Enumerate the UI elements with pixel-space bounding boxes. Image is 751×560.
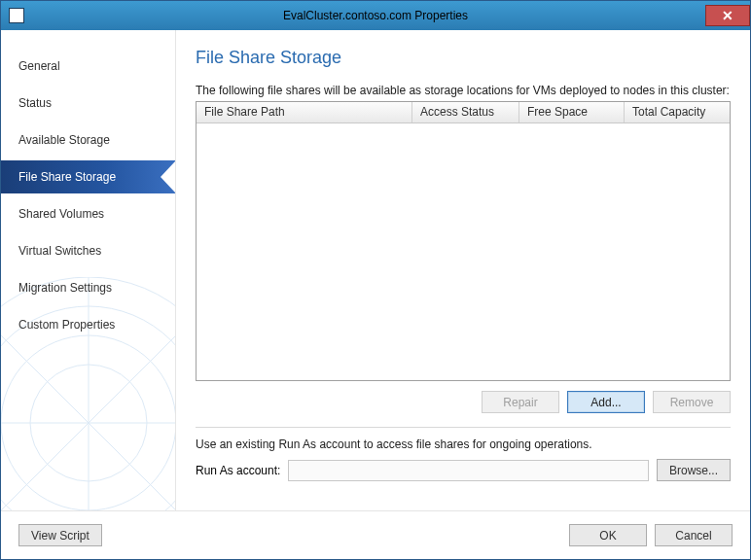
main-panel: File Share Storage The following file sh… [176,30,750,510]
titlebar: EvalCluster.contoso.com Properties ✕ [1,1,750,30]
close-icon: ✕ [722,8,733,23]
sidebar-item-status[interactable]: Status [1,87,175,120]
properties-window: EvalCluster.contoso.com Properties ✕ Gen… [0,0,751,560]
col-access-status[interactable]: Access Status [412,102,519,122]
table-button-row: Repair Add... Remove [196,391,731,413]
sidebar-item-label: Custom Properties [18,318,115,332]
runas-label: Run As account: [196,464,280,477]
intro-text: The following file shares will be availa… [196,84,731,97]
window-body: General Status Available Storage File Sh… [1,30,750,510]
browse-button[interactable]: Browse... [657,459,731,481]
runas-account-field[interactable] [288,460,649,481]
divider [196,427,731,428]
col-free-space[interactable]: Free Space [519,102,625,122]
sidebar-item-label: Migration Settings [18,281,112,295]
sidebar-item-label: General [18,59,60,73]
close-button[interactable]: ✕ [705,5,750,26]
repair-button: Repair [482,391,559,413]
sidebar-item-custom-properties[interactable]: Custom Properties [1,308,175,341]
table-header-row: File Share Path Access Status Free Space… [197,102,730,123]
cancel-button[interactable]: Cancel [655,524,733,546]
sidebar-item-virtual-switches[interactable]: Virtual Switches [1,234,175,267]
sidebar-item-file-share-storage[interactable]: File Share Storage [1,160,175,193]
svg-point-1 [1,335,176,510]
view-script-button[interactable]: View Script [18,524,102,546]
window-title: EvalCluster.contoso.com Properties [283,9,468,22]
file-share-table[interactable]: File Share Path Access Status Free Space… [196,101,731,381]
sidebar-item-shared-volumes[interactable]: Shared Volumes [1,197,175,230]
runas-intro: Use an existing Run As account to access… [196,438,731,451]
sidebar-item-label: File Share Storage [18,170,116,184]
window-icon [9,8,24,23]
col-file-share-path[interactable]: File Share Path [197,102,412,122]
add-button[interactable]: Add... [567,391,645,413]
sidebar-item-label: Virtual Switches [18,244,101,258]
page-title: File Share Storage [196,48,731,68]
sidebar-item-label: Available Storage [18,133,110,147]
sidebar-item-general[interactable]: General [1,50,175,83]
sidebar: General Status Available Storage File Sh… [1,30,176,510]
sidebar-item-label: Status [18,96,52,110]
svg-point-0 [30,365,147,481]
sidebar-item-label: Shared Volumes [18,207,104,221]
sidebar-item-migration-settings[interactable]: Migration Settings [1,271,175,304]
remove-button: Remove [653,391,731,413]
sidebar-item-available-storage[interactable]: Available Storage [1,123,175,157]
ok-button[interactable]: OK [569,524,647,546]
runas-row: Run As account: Browse... [196,459,731,481]
footer: View Script OK Cancel [1,510,750,559]
col-total-capacity[interactable]: Total Capacity [625,102,730,122]
